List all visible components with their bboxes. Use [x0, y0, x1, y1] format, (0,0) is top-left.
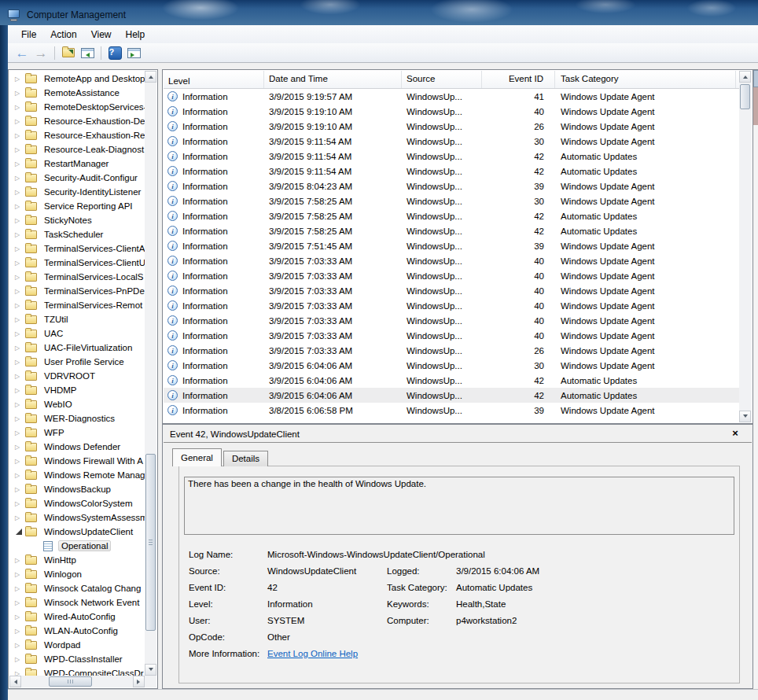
collapsed-arrow-icon[interactable] [15, 146, 25, 153]
scroll-left-button[interactable] [9, 676, 21, 687]
collapsed-arrow-icon[interactable] [15, 90, 25, 97]
tree-item[interactable]: Windows Defender [9, 440, 145, 454]
toolbar-button-show-action-pane[interactable] [125, 45, 142, 61]
toolbar-button-back[interactable] [13, 45, 31, 61]
list-scrollbar-thumb[interactable] [740, 84, 750, 109]
column-header-event-id[interactable]: Event ID [482, 71, 555, 88]
collapsed-arrow-icon[interactable] [15, 486, 25, 493]
event-row[interactable]: Information3/9/2015 7:03:33 AMWindowsUp.… [164, 328, 739, 343]
collapsed-arrow-icon[interactable] [15, 104, 25, 111]
event-row[interactable]: Information3/9/2015 7:58:25 AMWindowsUp.… [164, 223, 739, 238]
scroll-down-button[interactable] [739, 411, 751, 422]
scroll-right-button[interactable] [133, 676, 145, 687]
tree-item[interactable]: Service Reporting API [9, 199, 145, 213]
tree-item[interactable]: TerminalServices-LocalS [9, 270, 145, 284]
collapsed-arrow-icon[interactable] [15, 585, 25, 592]
toolbar-button-show-console-tree[interactable] [79, 45, 96, 61]
tree-item[interactable]: RestartManager [9, 157, 145, 171]
tree-item[interactable]: Wordpad [9, 638, 145, 652]
tree-item[interactable]: Security-IdentityListener [9, 185, 145, 199]
collapsed-arrow-icon[interactable] [15, 613, 25, 621]
event-row[interactable]: Information3/9/2015 7:51:45 AMWindowsUp.… [164, 238, 739, 253]
event-log-online-help-link[interactable]: Event Log Online Help [267, 649, 733, 665]
event-row[interactable]: Information3/9/2015 7:03:33 AMWindowsUp.… [164, 268, 739, 283]
title-bar[interactable]: Computer Management [0, 0, 758, 25]
tree-item[interactable]: WER-Diagnostics [9, 411, 145, 426]
tree-item[interactable]: WindowsSystemAssessm [9, 510, 145, 525]
collapsed-arrow-icon[interactable] [15, 260, 25, 267]
collapsed-arrow-icon[interactable] [15, 373, 25, 380]
event-row[interactable]: Information3/9/2015 6:04:06 AMWindowsUp.… [164, 388, 739, 403]
collapsed-arrow-icon[interactable] [15, 415, 25, 422]
tree-item[interactable]: WLAN-AutoConfig [9, 624, 145, 638]
collapsed-arrow-icon[interactable] [15, 118, 25, 125]
collapsed-arrow-icon[interactable] [15, 557, 25, 564]
tree-item[interactable]: TerminalServices-ClientA [9, 241, 145, 256]
collapsed-arrow-icon[interactable] [15, 514, 25, 521]
column-header-level[interactable]: Level [164, 71, 264, 88]
collapsed-arrow-icon[interactable] [15, 302, 25, 309]
collapsed-arrow-icon[interactable] [15, 670, 25, 676]
tree-item[interactable]: TaskScheduler [9, 227, 145, 241]
collapsed-arrow-icon[interactable] [15, 359, 25, 366]
collapsed-arrow-icon[interactable] [15, 245, 25, 252]
event-row[interactable]: Information3/9/2015 7:03:33 AMWindowsUp.… [164, 253, 739, 268]
tree-item[interactable]: Resource-Leak-Diagnost [9, 142, 145, 157]
tree-item[interactable]: VHDMP [9, 383, 145, 397]
tree-item[interactable]: Resource-Exhaustion-De [9, 114, 145, 128]
tree-vertical-scrollbar[interactable] [145, 71, 156, 676]
event-row[interactable]: Information3/9/2015 9:19:10 AMWindowsUp.… [164, 119, 739, 134]
tree-item[interactable]: WPD-ClassInstaller [9, 652, 145, 666]
tab-details[interactable]: Details [223, 451, 268, 466]
event-row[interactable]: Information3/9/2015 7:58:25 AMWindowsUp.… [164, 193, 739, 208]
tree-item[interactable]: RemoteDesktopServices- [9, 100, 145, 114]
column-header-source[interactable]: Source [402, 71, 482, 88]
menu-file[interactable]: File [14, 27, 43, 42]
expanded-arrow-icon[interactable] [15, 529, 25, 535]
scroll-up-button[interactable] [145, 71, 156, 83]
event-message-box[interactable]: There has been a change in the health of… [184, 477, 734, 535]
collapsed-arrow-icon[interactable] [15, 387, 25, 394]
event-row[interactable]: Information3/9/2015 7:03:33 AMWindowsUp.… [164, 313, 739, 328]
tree-item[interactable]: RemoteAssistance [9, 86, 145, 100]
column-header-date-and-time[interactable]: Date and Time [264, 71, 402, 88]
collapsed-arrow-icon[interactable] [15, 472, 25, 479]
event-row[interactable]: Information3/9/2015 7:03:33 AMWindowsUp.… [164, 298, 739, 313]
collapsed-arrow-icon[interactable] [15, 330, 25, 337]
tree-item[interactable]: StickyNotes [9, 213, 145, 227]
close-icon[interactable] [729, 427, 741, 440]
tree-item[interactable]: RemoteApp and Desktop [9, 72, 145, 86]
collapsed-arrow-icon[interactable] [15, 429, 25, 437]
tree-scrollbar-thumb[interactable] [145, 454, 156, 631]
collapsed-arrow-icon[interactable] [15, 76, 25, 83]
tree-item[interactable]: WindowsColorSystem [9, 496, 145, 510]
menu-help[interactable]: Help [119, 27, 153, 42]
tree-item[interactable]: TerminalServices-PnPDe [9, 284, 145, 298]
tree-item[interactable]: WPD-CompositeClassDr [9, 666, 145, 676]
tab-general[interactable]: General [172, 448, 222, 466]
tree-item[interactable]: WinHttp [9, 553, 145, 567]
collapsed-arrow-icon[interactable] [15, 132, 25, 139]
collapsed-arrow-icon[interactable] [15, 288, 25, 295]
tree-horizontal-scrollbar[interactable] [9, 676, 145, 687]
tree-item[interactable]: Winsock Catalog Chang [9, 581, 145, 595]
tree-item[interactable]: TZUtil [9, 312, 145, 326]
tree-item[interactable]: WebIO [9, 397, 145, 411]
event-row[interactable]: Information3/9/2015 9:11:54 AMWindowsUp.… [164, 134, 739, 149]
collapsed-arrow-icon[interactable] [15, 175, 25, 182]
collapsed-arrow-icon[interactable] [15, 274, 25, 281]
toolbar-button-help[interactable] [106, 45, 123, 61]
tree-item[interactable]: WindowsBackup [9, 482, 145, 496]
collapsed-arrow-icon[interactable] [15, 316, 25, 323]
collapsed-arrow-icon[interactable] [15, 444, 25, 451]
scroll-up-button[interactable] [739, 71, 751, 83]
collapsed-arrow-icon[interactable] [15, 217, 25, 224]
collapsed-arrow-icon[interactable] [15, 458, 25, 465]
collapsed-arrow-icon[interactable] [15, 571, 25, 578]
tree-item[interactable]: Winlogon [9, 567, 145, 581]
event-row[interactable]: Information3/9/2015 9:19:57 AMWindowsUp.… [164, 89, 739, 104]
tree-item[interactable]: WindowsUpdateClient [9, 525, 145, 539]
tree-item[interactable]: TerminalServices-Remot [9, 298, 145, 312]
tree-item[interactable]: UAC-FileVirtualization [9, 341, 145, 355]
tree-item[interactable]: VDRVROOT [9, 369, 145, 383]
